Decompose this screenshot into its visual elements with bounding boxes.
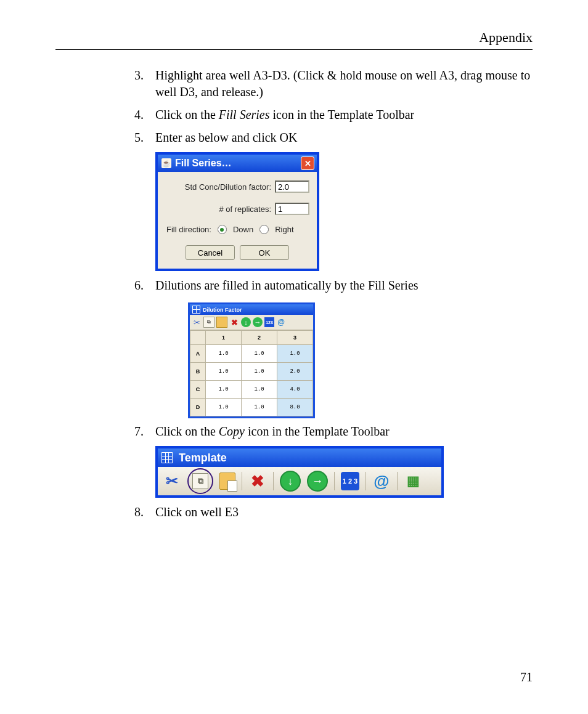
instruction-list-cont2: Click on the Copy icon in the Template T…	[129, 423, 533, 440]
delete-icon[interactable]: ✖	[248, 472, 267, 490]
step-4-pre: Click on the	[155, 108, 219, 121]
separator	[242, 472, 242, 490]
row-A-header[interactable]: A	[190, 345, 206, 363]
template-title: Template	[179, 452, 227, 465]
cell-A2[interactable]: 1.0	[242, 345, 277, 363]
std-conc-label: Std Conc/Dilution factor:	[185, 182, 271, 192]
dilution-titlebar: Dilution Factor	[190, 304, 313, 315]
instruction-list-cont3: Click on well E3	[129, 504, 533, 521]
step-7-post: icon in the Template Toolbar	[245, 424, 390, 438]
grid-icon	[192, 306, 200, 314]
replicates-input[interactable]	[275, 203, 309, 215]
paste-icon[interactable]	[216, 317, 227, 328]
corner-cell	[190, 331, 206, 345]
dilution-table: 1 2 3 A 1.0 1.0 1.0 B 1.0 1.0 2.0 C 1.0 …	[190, 330, 313, 416]
java-icon: ☕	[161, 158, 171, 168]
cell-B3[interactable]: 2.0	[277, 363, 313, 381]
cancel-button[interactable]: Cancel	[186, 245, 235, 260]
step-3: Highlight area well A3-D3. (Click & hold…	[147, 67, 533, 100]
series-icon[interactable]: 1 2 3	[341, 472, 359, 490]
fill-series-dialog: ☕ Fill Series… ✕ Std Conc/Dilution facto…	[155, 152, 319, 271]
cell-C3[interactable]: 4.0	[277, 381, 313, 399]
at-icon[interactable]: @	[276, 317, 286, 327]
step-4-em: Fill Series	[219, 108, 270, 121]
cell-D3[interactable]: 8.0	[277, 399, 313, 416]
dilution-toolbar: ✂ ⧉ ✖ ↓ → 123 @	[190, 315, 313, 330]
cut-icon[interactable]: ✂	[192, 317, 202, 327]
table-row: D 1.0 1.0 8.0	[190, 399, 313, 416]
table-row: C 1.0 1.0 4.0	[190, 381, 313, 399]
delete-icon[interactable]: ✖	[229, 317, 239, 327]
std-conc-input[interactable]	[275, 181, 309, 193]
template-toolbar-window: Template ✂ ⧉ ✖ ↓ → 1 2 3 @ ▦	[155, 446, 444, 498]
radio-down[interactable]	[218, 225, 227, 234]
replicates-label: # of replicates:	[219, 205, 271, 214]
template-toolbar-row: ✂ ⧉ ✖ ↓ → 1 2 3 @ ▦	[158, 467, 441, 495]
cell-D2[interactable]: 1.0	[242, 399, 277, 416]
cut-icon[interactable]: ✂	[163, 472, 181, 490]
at-icon[interactable]: @	[372, 472, 391, 490]
separator	[365, 472, 366, 490]
template-titlebar: Template	[158, 448, 441, 467]
copy-highlight-circle: ⧉	[187, 468, 213, 494]
table-row: B 1.0 1.0 2.0	[190, 363, 313, 381]
fill-right-icon[interactable]: →	[307, 471, 328, 492]
fill-right-icon[interactable]: →	[253, 317, 263, 327]
separator	[334, 472, 335, 490]
radio-right[interactable]	[259, 225, 269, 234]
step-4-post: icon in the Template Toolbar	[270, 108, 415, 121]
row-B-header[interactable]: B	[190, 363, 206, 381]
instruction-list: Highlight area well A3-D3. (Click & hold…	[129, 67, 533, 146]
fill-down-icon[interactable]: ↓	[241, 317, 251, 327]
cell-B1[interactable]: 1.0	[206, 363, 242, 381]
copy-icon[interactable]: ⧉	[192, 473, 208, 489]
paste-icon[interactable]	[219, 473, 235, 490]
copy-icon[interactable]: ⧉	[203, 317, 214, 328]
radio-down-label: Down	[233, 225, 253, 234]
row-C-header[interactable]: C	[190, 381, 206, 399]
col-3-header[interactable]: 3	[277, 331, 313, 345]
cell-C2[interactable]: 1.0	[242, 381, 277, 399]
fill-direction-label: Fill direction:	[166, 225, 211, 234]
page-number: 71	[520, 670, 533, 684]
dialog-titlebar: ☕ Fill Series… ✕	[158, 155, 317, 172]
step-5: Enter as below and click OK	[147, 129, 533, 146]
row-D-header[interactable]: D	[190, 399, 206, 416]
instruction-list-cont1: Dilutions are filled in automatically by…	[129, 277, 533, 294]
step-7-em: Copy	[219, 424, 245, 438]
series-icon[interactable]: 123	[264, 317, 274, 327]
cell-B2[interactable]: 1.0	[242, 363, 277, 381]
dilution-factor-window: Dilution Factor ✂ ⧉ ✖ ↓ → 123 @ 1 2 3 A …	[188, 302, 315, 418]
step-7-pre: Click on the	[155, 424, 219, 438]
cell-A1[interactable]: 1.0	[206, 345, 242, 363]
close-icon[interactable]: ✕	[301, 156, 314, 170]
page-section-header: Appendix	[55, 30, 533, 50]
radio-right-label: Right	[275, 225, 293, 234]
col-2-header[interactable]: 2	[242, 331, 277, 345]
dialog-title: Fill Series…	[175, 158, 301, 169]
col-1-header[interactable]: 1	[206, 331, 242, 345]
cell-D1[interactable]: 1.0	[206, 399, 242, 416]
layout-icon[interactable]: ▦	[404, 472, 422, 490]
step-4: Click on the Fill Series icon in the Tem…	[147, 107, 533, 123]
table-row: A 1.0 1.0 1.0	[190, 345, 313, 363]
separator	[273, 472, 274, 490]
step-8: Click on well E3	[147, 504, 533, 521]
dilution-title: Dilution Factor	[203, 307, 242, 313]
step-7: Click on the Copy icon in the Template T…	[147, 423, 533, 440]
cell-A3[interactable]: 1.0	[277, 345, 313, 363]
step-6: Dilutions are filled in automatically by…	[147, 277, 533, 294]
grid-icon	[161, 452, 173, 463]
ok-button[interactable]: OK	[240, 245, 289, 260]
fill-down-icon[interactable]: ↓	[280, 471, 301, 492]
separator	[397, 472, 398, 490]
cell-C1[interactable]: 1.0	[206, 381, 242, 399]
